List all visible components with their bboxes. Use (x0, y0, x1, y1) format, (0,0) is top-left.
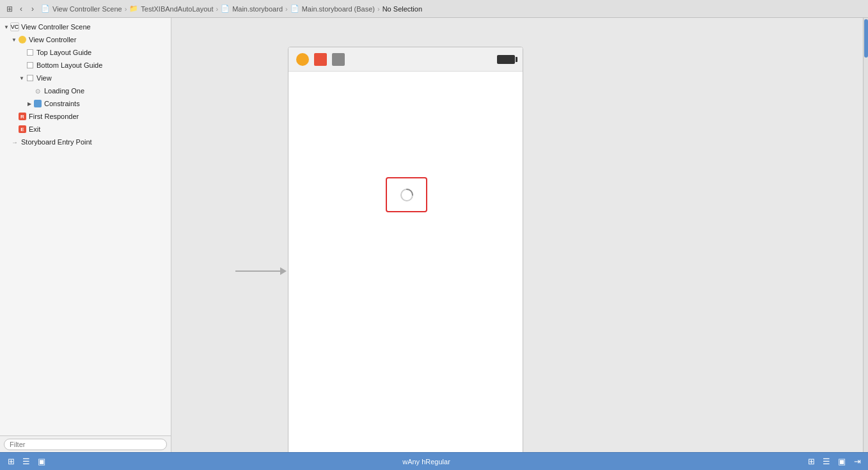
bottom-right-icon-1[interactable]: ⊞ (805, 456, 817, 467)
sidebar-tree: VC View Controller Scene View Controller… (0, 18, 171, 435)
top-layout-label: Top Layout Guide (36, 49, 91, 56)
sidebar-filter (0, 435, 171, 452)
vc-icon (18, 35, 27, 44)
constraints-label: Constraints (44, 100, 80, 107)
status-icon-red (314, 53, 327, 66)
entry-arrow (235, 267, 287, 275)
sidebar: VC View Controller Scene View Controller… (0, 18, 171, 452)
status-icon-gray (332, 53, 345, 66)
bottom-right-icon-3[interactable]: ▣ (836, 456, 848, 467)
sidebar-item-top-layout[interactable]: Top Layout Guide (0, 46, 171, 59)
filter-input[interactable] (4, 439, 167, 450)
breadcrumb-sep-1: › (125, 5, 127, 13)
battery-icon (497, 55, 515, 64)
sidebar-item-loading-one[interactable]: ⊙ Loading One (0, 84, 171, 97)
breadcrumb-item-4[interactable]: Main.storyboard (Base) (302, 5, 375, 13)
breadcrumb-item-1[interactable]: View Controller Scene (52, 5, 122, 13)
sidebar-item-constraints[interactable]: Constraints (0, 97, 171, 110)
constraints-icon (33, 99, 42, 108)
loading-icon: ⊙ (33, 86, 42, 95)
scene-icon: VC (10, 22, 19, 31)
storyboard-entry-label: Storyboard Entry Point (21, 138, 92, 146)
entry-point-icon: → (10, 137, 19, 146)
breadcrumb: 📄 View Controller Scene › 📁 TestXIBAndAu… (41, 4, 863, 13)
sidebar-item-vc[interactable]: View Controller (0, 33, 171, 46)
first-responder-icon: R (18, 112, 27, 121)
spinner-svg (400, 188, 414, 202)
arrow-line (235, 270, 280, 272)
disclosure-vc[interactable] (10, 36, 18, 43)
breadcrumb-file-icon-3: 📄 (221, 4, 230, 13)
title-bar: ⊞ ‹ › 📄 View Controller Scene › 📁 TestXI… (0, 0, 868, 18)
canvas-area[interactable] (171, 18, 863, 452)
first-responder-label: First Responder (29, 113, 79, 120)
layout-guide-icon-bottom (26, 61, 35, 70)
breadcrumb-file-icon-4: 📄 (290, 4, 299, 13)
bottom-right-icon-2[interactable]: ☰ (821, 456, 832, 467)
view-label: View (36, 74, 52, 82)
sidebar-item-vc-scene[interactable]: VC View Controller Scene (0, 20, 171, 33)
disclosure-view[interactable] (18, 74, 26, 82)
grid-icon[interactable]: ⊞ (5, 4, 14, 13)
title-bar-icons: ⊞ ‹ › (5, 4, 37, 13)
sidebar-item-bottom-layout[interactable]: Bottom Layout Guide (0, 59, 171, 72)
bottom-right-icons: ⊞ ☰ ▣ ⇥ (805, 456, 863, 467)
sidebar-item-view[interactable]: View (0, 72, 171, 84)
status-icon-yellow (296, 53, 309, 66)
breadcrumb-item-2[interactable]: TestXIBAndAutoLayout (141, 5, 213, 13)
arrow-head (280, 267, 287, 275)
bottom-bar: ⊞ ☰ ▣ wAny hRegular ⊞ ☰ ▣ ⇥ (0, 452, 868, 470)
disclosure-constraints[interactable] (26, 100, 33, 107)
sidebar-item-storyboard-entry[interactable]: → Storyboard Entry Point (0, 136, 171, 148)
breadcrumb-sep-2: › (216, 5, 218, 13)
bottom-right-icon-4[interactable]: ⇥ (851, 456, 863, 467)
sidebar-item-first-responder[interactable]: R First Responder (0, 110, 171, 123)
size-label: wAny hRegular (47, 458, 805, 466)
view-icon (26, 74, 35, 82)
breadcrumb-item-3[interactable]: Main.storyboard (232, 5, 283, 13)
breadcrumb-sep-3: › (285, 5, 288, 13)
nav-forward-button[interactable]: › (28, 4, 37, 13)
vc-label: View Controller (29, 36, 76, 43)
breadcrumb-sep-4: › (377, 5, 380, 13)
loading-box (386, 177, 427, 212)
loading-one-label: Loading One (44, 87, 84, 95)
breadcrumb-file-icon-1: 📄 (41, 4, 50, 13)
phone-status-icons (296, 53, 345, 66)
bottom-left-icons: ⊞ ☰ ▣ (5, 456, 47, 467)
phone-content (288, 72, 523, 452)
sidebar-item-exit[interactable]: E Exit (0, 123, 171, 136)
exit-label: Exit (29, 125, 40, 133)
disclosure-vc-scene[interactable] (3, 23, 10, 31)
right-scrollbar[interactable] (863, 18, 868, 452)
bottom-icon-list[interactable]: ☰ (20, 456, 32, 467)
vc-scene-label: View Controller Scene (21, 23, 91, 31)
phone-status-bar (288, 47, 523, 72)
phone-mockup (288, 47, 523, 452)
main-content: VC View Controller Scene View Controller… (0, 18, 868, 452)
layout-guide-icon-top (26, 48, 35, 57)
spinner (399, 187, 414, 203)
breadcrumb-item-5: No Selection (383, 5, 422, 13)
exit-icon: E (18, 125, 27, 134)
scrollbar-thumb[interactable] (864, 19, 868, 58)
nav-back-button[interactable]: ‹ (17, 4, 26, 13)
bottom-layout-label: Bottom Layout Guide (36, 61, 102, 69)
bottom-icon-grid[interactable]: ⊞ (5, 456, 17, 467)
bottom-icon-box[interactable]: ▣ (36, 456, 47, 467)
breadcrumb-file-icon-2: 📁 (129, 4, 138, 13)
